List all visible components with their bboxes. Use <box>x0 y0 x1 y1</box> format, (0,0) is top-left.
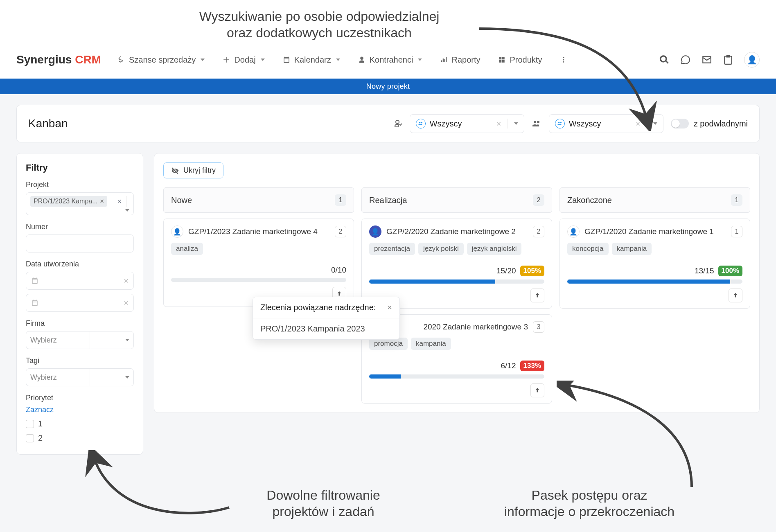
hide-filters-button[interactable]: Ukryj filtry <box>163 162 223 178</box>
tag: prezentacja <box>369 243 415 255</box>
popover-title: Zlecenia powiązane nadrzędne: <box>260 303 376 312</box>
move-up-button[interactable] <box>530 289 544 302</box>
chevron-down-icon <box>125 376 129 379</box>
tag: analiza <box>171 243 203 255</box>
card-title: GZP/2/2020 Zadanie marketingowe 2 <box>386 227 528 236</box>
percent-badge: 105% <box>520 266 544 276</box>
person-icon <box>358 56 365 63</box>
annotation-arrow-left <box>82 450 233 524</box>
chevron-down-icon <box>125 339 129 341</box>
person-check-icon <box>393 119 402 128</box>
card-score: 0/10 <box>331 266 346 275</box>
filter-label-company: Firma <box>26 319 134 328</box>
avatar: 👤 <box>567 225 580 238</box>
tag: kampania <box>411 338 451 350</box>
number-input[interactable] <box>26 234 134 252</box>
chevron-down-icon[interactable] <box>125 209 129 212</box>
filter-label-priority: Priorytet <box>26 394 134 402</box>
column-realizacja: Realizacja 2 👤 GZP/2/2020 Zadanie market… <box>361 187 552 404</box>
company-select[interactable]: Wybierz <box>26 331 134 349</box>
card-badge: 3 <box>533 321 544 333</box>
kanban-card[interactable]: 👤 GZP/1/2020 Zadanie marketingowe 1 1 ko… <box>559 219 750 309</box>
filters-panel: Filtry Projekt PRO/1/2023 Kampa...× × Nu… <box>16 153 143 455</box>
tag: język polski <box>418 243 464 255</box>
avatar: 👤 <box>369 225 381 238</box>
date-to[interactable]: × <box>26 294 134 312</box>
filter-label-tags: Tagi <box>26 356 134 365</box>
card-badge: 2 <box>533 226 544 237</box>
mail-icon[interactable] <box>702 54 712 65</box>
avatar: 👤 <box>171 225 183 238</box>
chat-icon[interactable] <box>680 54 691 65</box>
tag: koncepcja <box>567 243 609 255</box>
annotation-bottom-left: Dowolne filtrowanieprojektów i zadań <box>229 487 417 520</box>
column-zakonczone: Zakończone 1 👤 GZP/1/2020 Zadanie market… <box>559 187 750 404</box>
card-badge: 2 <box>335 226 346 237</box>
annotation-arrow-right <box>557 381 704 495</box>
card-badge: 1 <box>731 226 742 237</box>
eye-off-icon <box>171 167 179 175</box>
card-title: GZP/1/2020 Zadanie marketingowe 1 <box>584 227 726 236</box>
kanban-card[interactable]: 👤 GZP/1/2023 Zadanie marketingowe 4 2 an… <box>163 219 354 307</box>
menu-add[interactable]: Dodaj <box>223 55 264 65</box>
menu-sales[interactable]: Szanse sprzedaży <box>117 55 205 65</box>
close-icon[interactable]: × <box>387 303 392 312</box>
plus-icon <box>223 56 230 63</box>
with-subordinates-toggle[interactable]: z podwładnymi <box>671 119 748 128</box>
clipboard-icon[interactable] <box>723 54 733 65</box>
page-title: Kanban <box>28 117 68 130</box>
clear-icon[interactable]: × <box>124 276 129 286</box>
filter-label-created: Data utworzenia <box>26 260 134 268</box>
card-score: 6/12 <box>501 361 516 370</box>
calendar-icon <box>283 56 290 63</box>
clear-icon[interactable]: × <box>124 298 129 308</box>
column-nowe: Nowe 1 👤 GZP/1/2023 Zadanie marketingowe… <box>163 187 354 404</box>
column-header[interactable]: Zakończone 1 <box>559 187 750 213</box>
kanban-board: Ukryj filtry Nowe 1 👤 GZP/1/2023 Zadanie… <box>154 153 760 413</box>
clear-icon[interactable]: × <box>117 197 122 206</box>
percent-badge: 100% <box>718 266 742 276</box>
date-from[interactable]: × <box>26 272 134 290</box>
card-score: 13/15 <box>695 266 714 275</box>
project-select[interactable]: PRO/1/2023 Kampa...× × <box>26 192 134 215</box>
filter-label-project: Projekt <box>26 180 134 189</box>
move-up-button[interactable] <box>530 383 544 397</box>
priority-select-all[interactable]: Zaznacz <box>26 406 134 414</box>
annotation-arrow-top <box>475 20 663 131</box>
menu-reports[interactable]: Raporty <box>440 55 480 65</box>
menu-calendar[interactable]: Kalendarz <box>283 55 340 65</box>
filter-label-number: Numer <box>26 223 134 231</box>
card-score: 15/20 <box>496 266 516 275</box>
group-icon <box>416 119 426 128</box>
calendar-icon <box>31 299 38 307</box>
card-title: GZP/1/2023 Zadanie marketingowe 4 <box>188 227 330 236</box>
priority-1[interactable]: 1 <box>26 419 134 428</box>
bars-icon <box>440 56 447 63</box>
annotation-top: Wyszukiwanie po osobie odpowiedzialnejor… <box>172 8 467 41</box>
brand-logo: Synergius CRM <box>16 53 101 66</box>
column-header[interactable]: Realizacja 2 <box>361 187 552 213</box>
tags-select[interactable]: Wybierz <box>26 368 134 386</box>
menu-contractors[interactable]: Kontrahenci <box>358 55 422 65</box>
tag: język angielski <box>467 243 522 255</box>
priority-2[interactable]: 2 <box>26 433 134 443</box>
filters-title: Filtry <box>26 162 134 173</box>
remove-icon[interactable]: × <box>100 198 104 205</box>
linked-orders-popover: Zlecenia powiązane nadrzędne: × PRO/1/20… <box>253 297 400 340</box>
move-up-button[interactable] <box>729 289 742 302</box>
calendar-icon <box>31 277 38 284</box>
popover-item[interactable]: PRO/1/2023 Kampania 2023 <box>253 318 399 339</box>
project-chip[interactable]: PRO/1/2023 Kampa...× <box>30 196 107 207</box>
percent-badge: 133% <box>520 361 544 371</box>
tag: kampania <box>612 243 652 255</box>
dollar-icon <box>117 56 125 63</box>
kanban-card[interactable]: 👤 GZP/2/2020 Zadanie marketingowe 2 2 pr… <box>361 219 552 309</box>
user-avatar[interactable]: 👤 <box>744 52 760 68</box>
column-header[interactable]: Nowe 1 <box>163 187 354 213</box>
